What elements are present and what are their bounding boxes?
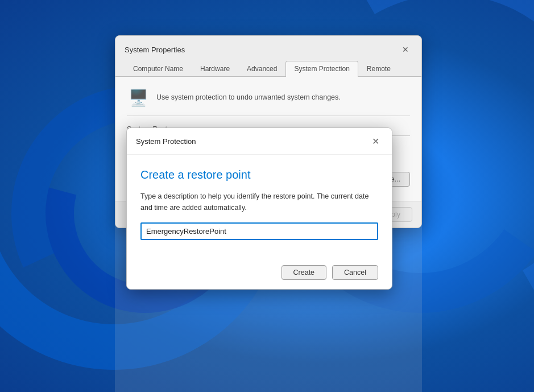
tab-remote[interactable]: Remote bbox=[358, 61, 399, 76]
dialog-titlebar: System Properties ✕ bbox=[115, 36, 421, 56]
restore-point-input[interactable] bbox=[140, 222, 378, 240]
tab-bar: Computer Name Hardware Advanced System P… bbox=[115, 56, 421, 77]
protection-icon bbox=[127, 86, 150, 109]
tab-computer-name[interactable]: Computer Name bbox=[125, 61, 192, 76]
inner-create-button[interactable]: Create bbox=[282, 265, 327, 280]
tab-hardware[interactable]: Hardware bbox=[192, 61, 238, 76]
inner-cancel-button[interactable]: Cancel bbox=[332, 265, 378, 280]
inner-dialog-footer: Create Cancel bbox=[127, 261, 392, 289]
system-protection-dialog: System Protection ✕ Create a restore poi… bbox=[126, 127, 392, 290]
inner-dialog-title: System Protection bbox=[136, 137, 196, 146]
protection-description: Use system protection to undo unwanted s… bbox=[156, 92, 341, 103]
create-restore-description: Type a description to help you identify … bbox=[140, 191, 378, 213]
tab-advanced[interactable]: Advanced bbox=[238, 61, 285, 76]
inner-dialog-body: Create a restore point Type a descriptio… bbox=[127, 155, 392, 261]
dialog-title: System Properties bbox=[125, 46, 185, 54]
tab-system-protection[interactable]: System Protection bbox=[285, 61, 358, 77]
protection-header: Use system protection to undo unwanted s… bbox=[127, 86, 410, 116]
inner-close-button[interactable]: ✕ bbox=[368, 134, 383, 148]
create-restore-heading: Create a restore point bbox=[140, 168, 378, 181]
close-button[interactable]: ✕ bbox=[399, 43, 412, 56]
inner-dialog-titlebar: System Protection ✕ bbox=[127, 128, 392, 155]
